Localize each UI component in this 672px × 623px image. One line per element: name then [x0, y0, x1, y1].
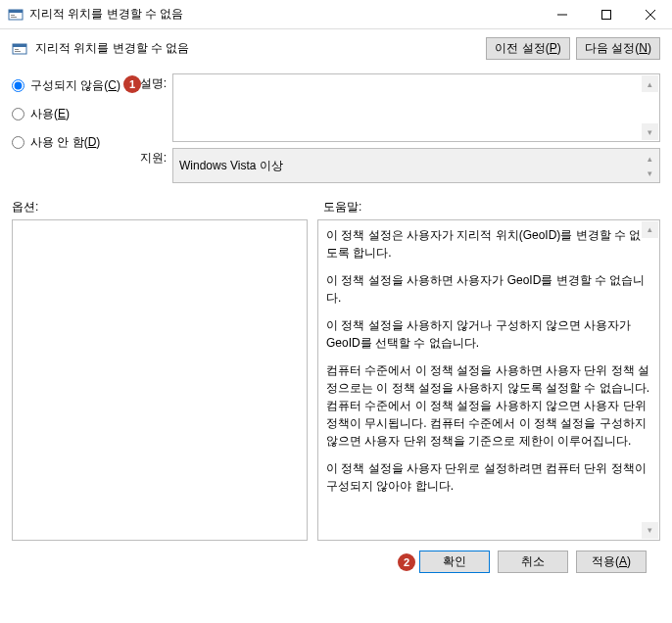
policy-title: 지리적 위치를 변경할 수 없음	[35, 40, 480, 57]
apply-button[interactable]: 적용(A)	[576, 551, 647, 573]
maximize-button[interactable]	[584, 0, 628, 29]
svg-rect-5	[601, 10, 610, 19]
svg-rect-3	[11, 17, 17, 18]
svg-rect-11	[15, 51, 21, 52]
help-paragraph: 이 정책 설정을 사용자 단위로 설정하려면 컴퓨터 단위 정책이 구성되지 않…	[326, 459, 651, 495]
scroll-up-icon[interactable]: ▴	[642, 75, 658, 92]
next-setting-button[interactable]: 다음 설정(N)	[576, 37, 660, 60]
comment-label: 설명:	[137, 73, 172, 142]
help-paragraph: 이 정책 설정을 사용하지 않거나 구성하지 않으면 사용자가 GeoID를 선…	[326, 316, 651, 352]
previous-setting-button[interactable]: 이전 설정(P)	[486, 37, 570, 60]
supported-on-value: Windows Vista 이상	[179, 158, 283, 174]
header-row: 지리적 위치를 변경할 수 없음 이전 설정(P) 다음 설정(N)	[12, 37, 660, 60]
help-paragraph: 컴퓨터 수준에서 이 정책 설정을 사용하면 사용자 단위 정책 설정으로는 이…	[326, 361, 651, 450]
radio-disabled-input[interactable]	[12, 136, 24, 149]
radio-disabled[interactable]: 사용 안 함(D)	[12, 134, 137, 151]
radio-enabled[interactable]: 사용(E)	[12, 106, 137, 122]
svg-rect-10	[15, 49, 19, 50]
minimize-button[interactable]	[540, 0, 584, 29]
ok-button[interactable]: 확인	[419, 551, 490, 573]
options-label: 옵션:	[12, 199, 323, 216]
help-label: 도움말:	[323, 199, 361, 216]
annotation-badge-1: 1	[123, 75, 141, 93]
supported-on-box: Windows Vista 이상 ▴ ▾	[172, 148, 660, 183]
next-setting-label: 다음 설정	[585, 41, 635, 55]
policy-state-radios: 구성되지 않음(C) 1 사용(E) 사용 안 함(D)	[12, 73, 137, 189]
comment-textarea[interactable]: ▴ ▾	[172, 73, 660, 142]
svg-rect-1	[9, 10, 23, 13]
cancel-button[interactable]: 취소	[498, 551, 568, 573]
svg-rect-9	[13, 44, 26, 47]
radio-enabled-input[interactable]	[12, 108, 24, 120]
close-button[interactable]	[628, 0, 672, 29]
app-icon	[8, 7, 24, 23]
help-paragraph: 이 정책 설정을 사용하면 사용자가 GeoID를 변경할 수 없습니다.	[326, 271, 651, 307]
titlebar: 지리적 위치를 변경할 수 없음	[0, 0, 672, 29]
radio-disabled-label: 사용 안 함(D)	[30, 134, 100, 151]
radio-enabled-label: 사용(E)	[30, 106, 70, 122]
radio-not-configured[interactable]: 구성되지 않음(C) 1	[12, 77, 137, 94]
help-paragraph: 이 정책 설정은 사용자가 지리적 위치(GeoID)를 변경할 수 없도록 합…	[326, 226, 651, 262]
dialog-footer: 2 확인 취소 적용(A)	[12, 541, 660, 573]
apply-label: 적용	[592, 554, 615, 568]
previous-setting-label: 이전 설정	[495, 41, 545, 55]
help-panel: 이 정책 설정은 사용자가 지리적 위치(GeoID)를 변경할 수 없도록 합…	[317, 219, 660, 541]
supported-label: 지원:	[137, 148, 172, 183]
scroll-down-icon[interactable]: ▾	[642, 165, 658, 181]
scroll-down-icon[interactable]: ▾	[642, 123, 658, 140]
scroll-down-icon[interactable]: ▾	[642, 522, 658, 539]
policy-icon	[12, 41, 27, 57]
radio-not-configured-input[interactable]	[12, 79, 24, 92]
scroll-up-icon[interactable]: ▴	[642, 221, 658, 238]
svg-rect-2	[11, 15, 15, 16]
radio-not-configured-label: 구성되지 않음(C)	[30, 77, 120, 94]
window-title: 지리적 위치를 변경할 수 없음	[29, 6, 540, 23]
options-panel	[12, 219, 308, 541]
annotation-badge-2: 2	[398, 553, 415, 571]
